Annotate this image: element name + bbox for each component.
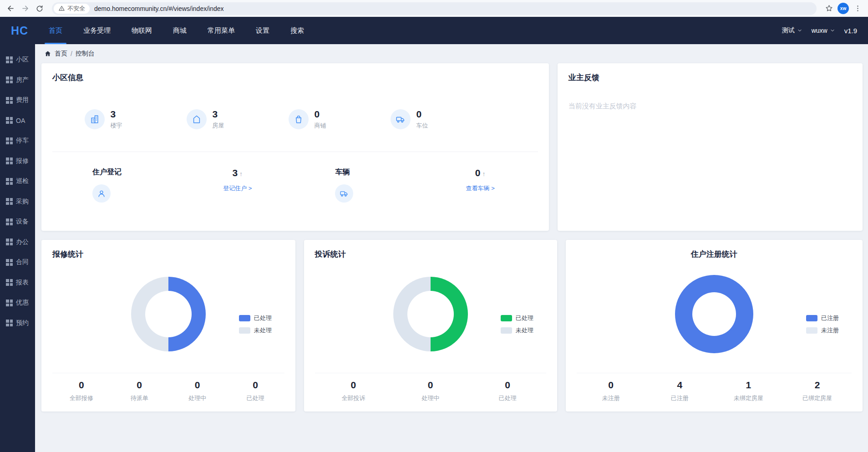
grid-icon (6, 117, 13, 124)
menu-kebab-icon[interactable] (852, 3, 863, 15)
breadcrumb-current: 控制台 (76, 50, 95, 58)
chart-title: 住户注册统计 (577, 249, 852, 259)
chart-area: 已处理 未处理 (315, 259, 546, 373)
register-donut-chart[interactable] (675, 275, 753, 353)
legend-item-processed[interactable]: 已处理 (239, 314, 272, 322)
registration-row: 住户登记 3↑ 登记住户 > 车辆 (52, 168, 538, 203)
legend-item-unprocessed[interactable]: 未处理 (239, 326, 272, 335)
sidebar-item-purchase[interactable]: 采购 (0, 192, 35, 212)
grid-icon (6, 239, 13, 245)
person-icon (92, 184, 111, 203)
legend-item-unprocessed[interactable]: 未处理 (501, 326, 533, 335)
up-arrow-icon: ↑ (482, 170, 485, 178)
forward-icon[interactable] (19, 3, 31, 15)
legend-swatch (806, 327, 817, 334)
chart-area: 已处理 未处理 (52, 259, 284, 373)
grid-icon (6, 259, 13, 266)
url-text: demo.homecommunity.cn/#/views/index/inde… (94, 5, 224, 12)
security-chip[interactable]: 不安全 (54, 4, 90, 14)
house-icon (187, 109, 207, 129)
bag-icon (289, 109, 309, 129)
chart-title: 报修统计 (52, 249, 284, 259)
home-icon (44, 50, 51, 57)
counter: 1未绑定房屋 (714, 380, 783, 402)
legend-item-registered[interactable]: 已注册 (806, 314, 839, 322)
security-label: 不安全 (67, 5, 85, 13)
sidebar-item-community[interactable]: 小区 (0, 50, 35, 70)
legend-item-unregistered[interactable]: 未注册 (806, 326, 839, 335)
community-stats-row: 3 楼宇 3 房屋 0 商铺 (52, 109, 460, 130)
back-icon[interactable] (5, 3, 16, 15)
bookmark-star-icon[interactable] (823, 3, 835, 15)
breadcrumb: 首页 / 控制台 (41, 44, 863, 63)
sidebar-item-parking[interactable]: 停车 (0, 131, 35, 151)
sidebar-item-reservation[interactable]: 预约 (0, 313, 35, 334)
stat-label: 楼宇 (111, 122, 122, 130)
counter: 0处理中 (168, 380, 226, 402)
profile-avatar[interactable]: xw (838, 3, 849, 14)
sidebar-item-oa[interactable]: OA (0, 111, 35, 131)
vehicle-block: 车辆 0↑ 查看车辆 > (295, 168, 538, 203)
stat-shops: 0 商铺 (256, 109, 358, 130)
app-logo[interactable]: HC (11, 24, 28, 37)
tab-home[interactable]: 首页 (38, 17, 73, 44)
resident-count: 3↑ (223, 168, 252, 178)
grid-icon (6, 198, 13, 205)
counter: 0全部报修 (52, 380, 110, 402)
truck-icon (391, 109, 411, 129)
sidebar-item-discount[interactable]: 优惠 (0, 293, 35, 313)
sidebar-item-fees[interactable]: 费用 (0, 90, 35, 111)
stat-label: 车位 (416, 122, 428, 130)
legend-swatch (806, 315, 817, 321)
tab-business[interactable]: 业务受理 (73, 17, 121, 44)
reload-icon[interactable] (34, 3, 46, 15)
tab-mall[interactable]: 商城 (162, 17, 197, 44)
divider (52, 152, 538, 152)
user-menu[interactable]: wuxw (812, 27, 835, 34)
chart-title: 投诉统计 (315, 249, 546, 259)
tab-settings[interactable]: 设置 (245, 17, 280, 44)
sidebar-item-office[interactable]: 办公 (0, 232, 35, 253)
grid-icon (6, 279, 13, 286)
complaint-donut-chart[interactable] (393, 277, 468, 351)
counter: 2已绑定房屋 (783, 380, 852, 402)
breadcrumb-home[interactable]: 首页 (55, 50, 67, 58)
tab-common-menu[interactable]: 常用菜单 (197, 17, 245, 44)
grid-icon (6, 178, 13, 185)
block-title: 住户登记 (92, 168, 122, 177)
community-switcher[interactable]: 测试 (782, 26, 802, 35)
building-icon (85, 109, 105, 129)
legend-swatch (239, 315, 250, 321)
owner-feedback-card: 业主反馈 当前没有业主反馈内容 (558, 63, 863, 231)
grid-icon (6, 300, 13, 306)
tab-iot[interactable]: 物联网 (121, 17, 162, 44)
vehicle-count: 0↑ (466, 168, 495, 178)
chevron-down-icon (797, 28, 802, 33)
url-bar[interactable]: 不安全 demo.homecommunity.cn/#/views/index/… (52, 2, 817, 15)
sidebar-item-contract[interactable]: 合同 (0, 252, 35, 273)
chart-legend: 已注册 未注册 (806, 314, 839, 335)
sidebar-item-repair[interactable]: 报修 (0, 151, 35, 172)
truck-icon (335, 184, 353, 203)
counter: 0待派单 (110, 380, 168, 402)
stat-label: 商铺 (315, 122, 326, 130)
repair-donut-chart[interactable] (131, 277, 206, 351)
counter: 0处理中 (392, 380, 469, 402)
sidebar-item-report[interactable]: 报表 (0, 273, 35, 293)
breadcrumb-separator: / (71, 50, 72, 57)
stat-value: 3 (111, 109, 122, 119)
top-nav-right: 测试 wuxw v1.9 (782, 26, 857, 35)
grid-icon (6, 137, 13, 144)
legend-item-processed[interactable]: 已处理 (501, 314, 533, 322)
browser-chrome: 不安全 demo.homecommunity.cn/#/views/index/… (0, 0, 868, 17)
view-vehicles-link[interactable]: 查看车辆 > (466, 184, 495, 193)
register-resident-link[interactable]: 登记住户 > (223, 184, 252, 193)
stat-label: 房屋 (213, 122, 224, 130)
sidebar-item-property[interactable]: 房产 (0, 70, 35, 91)
sidebar-item-equipment[interactable]: 设备 (0, 212, 35, 232)
tab-search[interactable]: 搜索 (280, 17, 315, 44)
main-content: 首页 / 控制台 小区信息 3 楼宇 (35, 44, 868, 452)
sidebar-item-inspection[interactable]: 巡检 (0, 171, 35, 192)
grid-icon (6, 157, 13, 164)
version-label: v1.9 (844, 27, 857, 35)
